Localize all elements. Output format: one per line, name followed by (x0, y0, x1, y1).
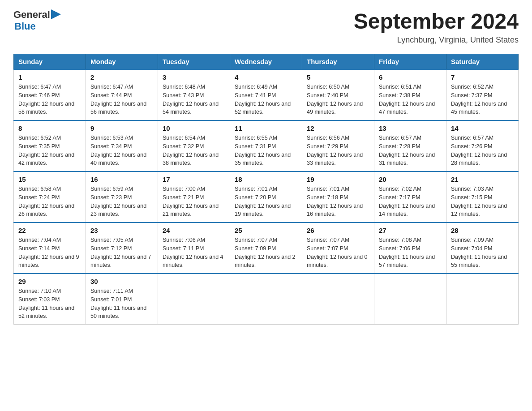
day-info: Sunrise: 6:59 AMSunset: 7:23 PMDaylight:… (90, 185, 153, 218)
calendar-cell: 24Sunrise: 7:06 AMSunset: 7:11 PMDayligh… (158, 223, 230, 274)
day-info: Sunrise: 6:56 AMSunset: 7:29 PMDaylight:… (307, 134, 369, 167)
svg-marker-0 (51, 9, 61, 19)
calendar-cell: 10Sunrise: 6:54 AMSunset: 7:32 PMDayligh… (158, 120, 230, 171)
calendar-cell: 6Sunrise: 6:51 AMSunset: 7:38 PMDaylight… (374, 69, 446, 120)
day-info: Sunrise: 7:11 AMSunset: 7:01 PMDaylight:… (90, 287, 153, 321)
day-number: 1 (18, 73, 81, 81)
day-number: 24 (163, 227, 225, 234)
calendar-cell: 18Sunrise: 7:01 AMSunset: 7:20 PMDayligh… (230, 171, 302, 223)
day-number: 6 (379, 73, 442, 81)
day-info: Sunrise: 6:57 AMSunset: 7:28 PMDaylight:… (379, 134, 442, 167)
logo-blue-text: Blue (14, 21, 36, 32)
day-number: 10 (163, 124, 225, 132)
day-info: Sunrise: 7:02 AMSunset: 7:17 PMDaylight:… (379, 185, 442, 218)
calendar-cell: 3Sunrise: 6:48 AMSunset: 7:43 PMDaylight… (158, 69, 230, 120)
calendar-cell (374, 274, 446, 325)
day-info: Sunrise: 7:10 AMSunset: 7:03 PMDaylight:… (18, 287, 81, 321)
calendar-cell: 5Sunrise: 6:50 AMSunset: 7:40 PMDaylight… (302, 69, 374, 120)
day-number: 16 (90, 176, 153, 183)
day-info: Sunrise: 6:58 AMSunset: 7:24 PMDaylight:… (18, 185, 81, 218)
calendar-cell: 17Sunrise: 7:00 AMSunset: 7:21 PMDayligh… (158, 171, 230, 223)
day-number: 28 (451, 227, 514, 234)
calendar-cell: 21Sunrise: 7:03 AMSunset: 7:15 PMDayligh… (446, 171, 519, 223)
day-info: Sunrise: 6:57 AMSunset: 7:26 PMDaylight:… (451, 134, 514, 167)
day-info: Sunrise: 6:49 AMSunset: 7:41 PMDaylight:… (235, 83, 297, 116)
day-info: Sunrise: 6:53 AMSunset: 7:34 PMDaylight:… (90, 134, 153, 167)
day-number: 30 (90, 278, 153, 285)
calendar-header-row: SundayMondayTuesdayWednesdayThursdayFrid… (14, 54, 519, 70)
day-number: 27 (379, 227, 442, 234)
day-number: 15 (18, 176, 81, 183)
day-number: 25 (235, 227, 297, 234)
logo-general-text: General (13, 9, 50, 21)
calendar-cell (230, 274, 302, 325)
column-header-monday: Monday (86, 54, 158, 70)
day-number: 12 (307, 124, 369, 132)
calendar-cell: 12Sunrise: 6:56 AMSunset: 7:29 PMDayligh… (302, 120, 374, 171)
calendar-cell: 30Sunrise: 7:11 AMSunset: 7:01 PMDayligh… (86, 274, 158, 325)
calendar-cell: 26Sunrise: 7:07 AMSunset: 7:07 PMDayligh… (302, 223, 374, 274)
day-info: Sunrise: 7:03 AMSunset: 7:15 PMDaylight:… (451, 185, 514, 218)
week-row-1: 1Sunrise: 6:47 AMSunset: 7:46 PMDaylight… (14, 69, 519, 120)
column-header-sunday: Sunday (14, 54, 86, 70)
day-info: Sunrise: 7:07 AMSunset: 7:07 PMDaylight:… (307, 236, 369, 270)
day-number: 22 (18, 227, 81, 234)
title-section: September 2024 Lynchburg, Virginia, Unit… (354, 9, 519, 45)
day-info: Sunrise: 7:00 AMSunset: 7:21 PMDaylight:… (163, 185, 225, 218)
calendar-cell (158, 274, 230, 325)
calendar-cell: 25Sunrise: 7:07 AMSunset: 7:09 PMDayligh… (230, 223, 302, 274)
calendar-subtitle: Lynchburg, Virginia, United States (354, 35, 519, 45)
calendar-cell: 14Sunrise: 6:57 AMSunset: 7:26 PMDayligh… (446, 120, 519, 171)
week-row-3: 15Sunrise: 6:58 AMSunset: 7:24 PMDayligh… (14, 171, 519, 223)
day-info: Sunrise: 7:01 AMSunset: 7:20 PMDaylight:… (235, 185, 297, 218)
calendar-table: SundayMondayTuesdayWednesdayThursdayFrid… (13, 54, 519, 325)
logo: General Blue (13, 9, 61, 32)
day-number: 18 (235, 176, 297, 183)
day-info: Sunrise: 6:47 AMSunset: 7:46 PMDaylight:… (18, 83, 81, 116)
calendar-cell: 20Sunrise: 7:02 AMSunset: 7:17 PMDayligh… (374, 171, 446, 223)
day-info: Sunrise: 6:55 AMSunset: 7:31 PMDaylight:… (235, 134, 297, 167)
day-number: 21 (451, 176, 514, 183)
column-header-thursday: Thursday (302, 54, 374, 70)
calendar-cell: 13Sunrise: 6:57 AMSunset: 7:28 PMDayligh… (374, 120, 446, 171)
day-number: 13 (379, 124, 442, 132)
calendar-cell: 15Sunrise: 6:58 AMSunset: 7:24 PMDayligh… (14, 171, 86, 223)
calendar-cell: 1Sunrise: 6:47 AMSunset: 7:46 PMDaylight… (14, 69, 86, 120)
calendar-cell: 28Sunrise: 7:09 AMSunset: 7:04 PMDayligh… (446, 223, 519, 274)
calendar-cell: 8Sunrise: 6:52 AMSunset: 7:35 PMDaylight… (14, 120, 86, 171)
column-header-saturday: Saturday (446, 54, 519, 70)
calendar-cell: 9Sunrise: 6:53 AMSunset: 7:34 PMDaylight… (86, 120, 158, 171)
day-number: 26 (307, 227, 369, 234)
day-info: Sunrise: 6:48 AMSunset: 7:43 PMDaylight:… (163, 83, 225, 116)
day-number: 23 (90, 227, 153, 234)
day-number: 4 (235, 73, 297, 81)
calendar-cell: 4Sunrise: 6:49 AMSunset: 7:41 PMDaylight… (230, 69, 302, 120)
day-info: Sunrise: 7:01 AMSunset: 7:18 PMDaylight:… (307, 185, 369, 218)
day-number: 11 (235, 124, 297, 132)
column-header-wednesday: Wednesday (230, 54, 302, 70)
day-info: Sunrise: 6:52 AMSunset: 7:35 PMDaylight:… (18, 134, 81, 167)
week-row-4: 22Sunrise: 7:04 AMSunset: 7:14 PMDayligh… (14, 223, 519, 274)
day-info: Sunrise: 7:07 AMSunset: 7:09 PMDaylight:… (235, 236, 297, 270)
day-number: 29 (18, 278, 81, 285)
day-info: Sunrise: 6:52 AMSunset: 7:37 PMDaylight:… (451, 83, 514, 116)
day-number: 19 (307, 176, 369, 183)
day-info: Sunrise: 6:51 AMSunset: 7:38 PMDaylight:… (379, 83, 442, 116)
day-info: Sunrise: 7:08 AMSunset: 7:06 PMDaylight:… (379, 236, 442, 270)
day-number: 3 (163, 73, 225, 81)
day-info: Sunrise: 7:09 AMSunset: 7:04 PMDaylight:… (451, 236, 514, 270)
calendar-cell: 16Sunrise: 6:59 AMSunset: 7:23 PMDayligh… (86, 171, 158, 223)
column-header-tuesday: Tuesday (158, 54, 230, 70)
day-number: 17 (163, 176, 225, 183)
day-number: 20 (379, 176, 442, 183)
logo-icon (51, 9, 61, 19)
calendar-cell: 7Sunrise: 6:52 AMSunset: 7:37 PMDaylight… (446, 69, 519, 120)
day-info: Sunrise: 6:50 AMSunset: 7:40 PMDaylight:… (307, 83, 369, 116)
day-info: Sunrise: 7:06 AMSunset: 7:11 PMDaylight:… (163, 236, 225, 270)
day-number: 8 (18, 124, 81, 132)
day-info: Sunrise: 6:47 AMSunset: 7:44 PMDaylight:… (90, 83, 153, 116)
day-info: Sunrise: 7:05 AMSunset: 7:12 PMDaylight:… (90, 236, 153, 270)
week-row-5: 29Sunrise: 7:10 AMSunset: 7:03 PMDayligh… (14, 274, 519, 325)
day-number: 5 (307, 73, 369, 81)
calendar-cell: 23Sunrise: 7:05 AMSunset: 7:12 PMDayligh… (86, 223, 158, 274)
